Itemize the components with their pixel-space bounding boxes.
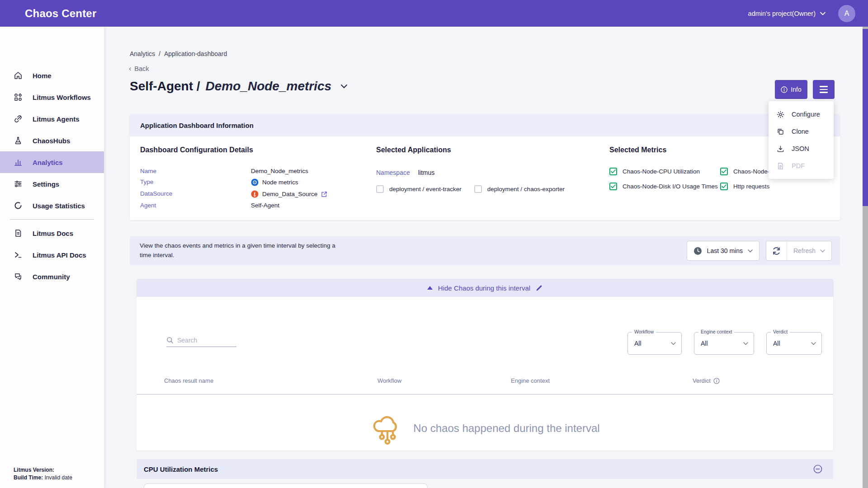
selected-applications-title: Selected Applications — [376, 146, 565, 154]
gear-icon — [777, 111, 784, 118]
menu-item-pdf[interactable]: PDF — [769, 157, 834, 174]
name-label: Name — [140, 168, 251, 174]
avatar[interactable]: A — [838, 5, 855, 22]
workflow-filter-value: All — [634, 340, 642, 347]
menu-item-configure[interactable]: Configure — [769, 106, 834, 123]
sidebar-item-usage-statistics[interactable]: Usage Statistics — [0, 195, 104, 216]
namespace-value: litmus — [418, 169, 435, 176]
breadcrumb-application-dashboard[interactable]: Application-dashboard — [164, 50, 227, 57]
collapse-minus-icon[interactable] — [813, 465, 822, 474]
app-title: Chaos Center — [25, 7, 96, 20]
checkbox-cpu-utilization[interactable] — [609, 168, 617, 175]
empty-state: No chaos happened during the interval — [137, 410, 833, 447]
pencil-icon[interactable] — [536, 285, 542, 291]
checkbox-http-requests[interactable] — [720, 183, 728, 190]
build-time-value: Invalid date — [44, 474, 72, 481]
sidebar-item-analytics[interactable]: Analytics — [0, 151, 104, 173]
sidebar-nav: Home Litmus Workflows Litmus Agents Chao… — [0, 65, 104, 287]
metric-checkbox-row: Http requests — [720, 183, 824, 190]
menu-item-json[interactable]: JSON — [769, 140, 834, 157]
checkbox-chaos-exporter[interactable] — [474, 185, 482, 193]
empty-message: No chaos happened during the interval — [413, 422, 599, 435]
clone-icon — [777, 128, 784, 136]
dashboard-switch-chevron-icon[interactable] — [340, 84, 348, 89]
checkbox-label: Chaos-Node-CPU Utilization — [623, 168, 700, 175]
litmus-version-label: Litmus Version: — [14, 467, 54, 473]
checkbox-disk-io-rw[interactable] — [720, 168, 728, 175]
sidebar-divider — [10, 219, 94, 220]
time-interval-bar: View the chaos events and metrics in a g… — [130, 236, 840, 265]
collapse-triangle-icon[interactable] — [427, 286, 433, 290]
scrollbar-thumb[interactable] — [863, 29, 868, 206]
sidebar-item-community[interactable]: Community — [0, 266, 104, 287]
chevron-down-icon — [820, 249, 825, 253]
dashboard-configuration-details: Dashboard Configuration Details Name Dem… — [140, 146, 327, 209]
sidebar-item-home[interactable]: Home — [0, 65, 104, 86]
chevron-down-icon — [748, 249, 753, 253]
page-title-dashboard: Demo_Node_metrics — [206, 79, 332, 94]
refresh-group: Refresh — [766, 241, 832, 261]
type-value: Node metrics — [251, 178, 327, 186]
search-input[interactable] — [177, 337, 234, 344]
refresh-now-button[interactable] — [766, 241, 787, 260]
engine-context-filter-select[interactable]: Engine context All — [694, 332, 754, 355]
chaos-table-card: Hide Chaos during this interval Workflow… — [137, 279, 833, 450]
checkbox-label: deployment / event-tracker — [389, 186, 462, 192]
config-details-title: Dashboard Configuration Details — [140, 146, 327, 154]
sidebar-item-litmus-agents[interactable]: Litmus Agents — [0, 108, 104, 130]
sidebar-item-label: Usage Statistics — [33, 202, 85, 210]
metric-checkbox-row: Chaos-Node-Disk I/O Usage Times — [609, 183, 720, 190]
checkbox-disk-io-times[interactable] — [609, 183, 617, 190]
terminal-icon — [14, 250, 23, 259]
chevron-down-icon — [743, 342, 748, 345]
verdict-filter-label: Verdict — [771, 329, 790, 334]
home-icon — [14, 71, 23, 80]
community-icon — [14, 272, 23, 281]
namespace-label: Namespace — [376, 169, 410, 176]
verdict-info-icon[interactable] — [713, 378, 720, 384]
cpu-chart-panel — [144, 483, 428, 488]
header-right: admin's project(Owner) A — [748, 5, 855, 22]
breadcrumb-analytics[interactable]: Analytics — [130, 50, 155, 57]
chevron-down-icon — [820, 12, 826, 15]
external-link-icon[interactable] — [321, 191, 327, 197]
application-checkbox-row: deployment / event-tracker — [376, 185, 462, 193]
verdict-filter-select[interactable]: Verdict All — [766, 332, 822, 355]
sidebar-footer: Litmus Version: Build Time: Invalid date — [14, 466, 72, 482]
chevron-down-icon — [811, 342, 816, 345]
sidebar-item-label: Analytics — [33, 159, 63, 166]
column-engine-context: Engine context — [511, 377, 550, 384]
refresh-interval-select[interactable]: Refresh — [787, 247, 831, 254]
sidebar-item-litmus-api-docs[interactable]: Litmus API Docs — [0, 244, 104, 266]
checkbox-label: Http requests — [733, 183, 769, 190]
flask-icon — [14, 136, 23, 145]
sliders-icon — [14, 179, 23, 188]
sidebar-item-settings[interactable]: Settings — [0, 173, 104, 195]
workflow-filter-select[interactable]: Workflow All — [627, 332, 682, 355]
sidebar-item-chaoshubs[interactable]: ChaosHubs — [0, 130, 104, 151]
cloud-network-icon — [370, 410, 405, 447]
engine-context-filter-value: All — [701, 340, 708, 347]
sidebar-item-litmus-workflows[interactable]: Litmus Workflows — [0, 86, 104, 108]
avatar-initial: A — [844, 9, 849, 18]
hide-chaos-toggle-label[interactable]: Hide Chaos during this interval — [438, 284, 530, 292]
back-button[interactable]: ‹ Back — [129, 65, 149, 73]
main-content: Analytics / Application-dashboard ‹ Back… — [104, 27, 863, 488]
project-switcher[interactable]: admin's project(Owner) — [748, 10, 826, 17]
dashboard-menu-button[interactable] — [813, 80, 835, 99]
menu-item-clone[interactable]: Clone — [769, 123, 834, 140]
dashboard-menu-dropdown: Configure Clone JSON PDF — [769, 101, 834, 179]
sidebar-item-litmus-docs[interactable]: Litmus Docs — [0, 222, 104, 244]
datasource-value: Demo_Data_Source — [251, 190, 327, 198]
analytics-icon — [14, 158, 23, 167]
sidebar: Home Litmus Workflows Litmus Agents Chao… — [0, 27, 104, 488]
menu-item-label: Configure — [792, 111, 820, 118]
cpu-utilization-title: CPU Utilization Metrics — [144, 465, 218, 473]
info-button[interactable]: Info — [775, 80, 807, 99]
application-dashboard-information-card: Application Dashboard Information Dashbo… — [130, 114, 840, 220]
name-value: Demo_Node_metrics — [251, 168, 327, 174]
checkbox-event-tracker[interactable] — [376, 185, 384, 193]
back-label: Back — [134, 65, 149, 72]
selected-applications: Selected Applications Namespace litmus d… — [376, 146, 565, 193]
time-range-select[interactable]: Last 30 mins — [687, 241, 760, 261]
